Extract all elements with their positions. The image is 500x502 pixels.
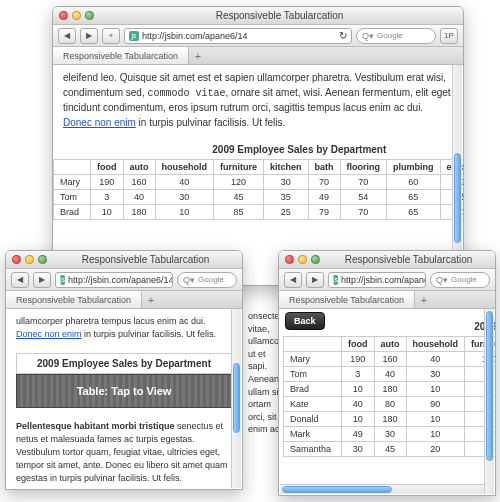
cell: 70 — [308, 175, 340, 190]
site-icon: js — [129, 31, 139, 41]
tab-active[interactable]: Responsiveble Tabularcation — [53, 47, 189, 64]
cell: 10 — [406, 382, 465, 397]
toolbar-small-right: ◀ ▶ js http://jsbin.com/apane6/14 ↻ Q▾ G… — [279, 269, 495, 291]
nav-forward-button[interactable]: ▶ — [80, 28, 98, 44]
titlebar-small-right[interactable]: Responsiveble Tabularcation — [279, 251, 495, 269]
cell: 45 — [214, 190, 264, 205]
cell: 160 — [374, 352, 406, 367]
close-icon[interactable] — [59, 11, 68, 20]
cell: 3 — [342, 367, 375, 382]
search-input[interactable]: Q▾ Google — [356, 28, 436, 44]
cell: 30 — [155, 190, 214, 205]
cell: 60 — [387, 175, 441, 190]
table-row: Tom3403045354954655349 — [54, 190, 464, 205]
sales-table-detail: 2009 Employee Sales by Depar foodautohou… — [283, 317, 495, 457]
scroll-thumb[interactable] — [233, 363, 240, 433]
search-input[interactable]: Q▾ Google — [177, 272, 237, 288]
close-icon[interactable] — [12, 255, 21, 264]
nav-back-button[interactable]: ◀ — [284, 272, 302, 288]
close-icon[interactable] — [285, 255, 294, 264]
scroll-thumb[interactable] — [282, 486, 392, 493]
cell: 120 — [214, 175, 264, 190]
scroll-thumb[interactable] — [454, 153, 461, 243]
sales-table: 2009 Employee Sales by Department foodau… — [53, 140, 463, 220]
body-paragraph-bottom: Pellentesque habitant morbi tristique se… — [6, 414, 242, 490]
minimize-icon[interactable] — [298, 255, 307, 264]
table-caption: 2009 Employee Sales by Department — [53, 140, 463, 159]
cell: 49 — [342, 427, 375, 442]
table-back-button[interactable]: Back — [285, 312, 325, 330]
col-header: household — [155, 160, 214, 175]
col-header: auto — [374, 337, 406, 352]
tabstrip-large: Responsiveble Tabularcation + — [53, 47, 463, 65]
onepassword-button[interactable]: 1P — [440, 28, 458, 44]
search-input[interactable]: Q▾ Google — [430, 272, 490, 288]
cell: 160 — [123, 175, 155, 190]
cell: 80 — [374, 397, 406, 412]
cell: 180 — [374, 382, 406, 397]
zoom-icon[interactable] — [85, 11, 94, 20]
cell: 90 — [406, 397, 465, 412]
scrollbar-vertical[interactable] — [484, 309, 494, 494]
titlebar-small-left[interactable]: Responsiveble Tabularcation — [6, 251, 242, 269]
cell: 3 — [91, 190, 124, 205]
col-header: plumbing — [387, 160, 441, 175]
nav-back-button[interactable]: ◀ — [58, 28, 76, 44]
search-placeholder: Google — [198, 275, 224, 284]
new-tab-button[interactable]: + — [189, 47, 207, 64]
search-placeholder: Google — [377, 31, 403, 40]
tab-active[interactable]: Responsiveble Tabularcation — [279, 291, 415, 308]
window-title: Responsiveble Tabularcation — [55, 254, 236, 265]
minimize-icon[interactable] — [72, 11, 81, 20]
nav-add-button[interactable]: + — [102, 28, 120, 44]
cell: 65 — [387, 205, 441, 220]
cell: 30 — [342, 442, 375, 457]
cell: 190 — [342, 352, 375, 367]
col-header: flooring — [340, 160, 387, 175]
cell: 180 — [374, 412, 406, 427]
cell: 25 — [264, 205, 309, 220]
tab-active[interactable]: Responsiveble Tabularcation — [6, 291, 142, 308]
cell: 180 — [123, 205, 155, 220]
col-header: household — [406, 337, 465, 352]
nav-back-button[interactable]: ◀ — [11, 272, 29, 288]
col-header: furniture — [214, 160, 264, 175]
cell: 45 — [374, 442, 406, 457]
cell: 70 — [340, 175, 387, 190]
url-input[interactable]: js http://jsbin.com/apane6/14 ↻ — [328, 272, 426, 288]
cell: 30 — [264, 175, 309, 190]
row-name: Donald — [284, 412, 342, 427]
cell: 49 — [308, 190, 340, 205]
row-name: Brad — [284, 382, 342, 397]
nav-forward-button[interactable]: ▶ — [306, 272, 324, 288]
reload-icon[interactable]: ↻ — [339, 30, 347, 41]
url-input[interactable]: js http://jsbin.com/apane6/14 ↻ — [124, 28, 352, 44]
scrollbar-vertical[interactable] — [231, 309, 241, 488]
titlebar-large[interactable]: Responsiveble Tabularcation — [53, 7, 463, 25]
new-tab-button[interactable]: + — [142, 291, 160, 308]
cell: 40 — [342, 397, 375, 412]
cell: 10 — [155, 205, 214, 220]
cell: 65 — [387, 190, 441, 205]
minimize-icon[interactable] — [25, 255, 34, 264]
scrollbar-horizontal[interactable] — [280, 484, 484, 494]
col-header: kitchen — [264, 160, 309, 175]
link-donec-2[interactable]: Donec non enim — [16, 329, 82, 339]
search-placeholder: Google — [451, 275, 477, 284]
tabstrip-small-left: Responsiveble Tabularcation + — [6, 291, 242, 309]
url-text: http://jsbin.com/apane6/14 — [142, 31, 248, 41]
link-donec[interactable]: Donec non enim — [63, 117, 136, 128]
table-header-row: foodautohouseholdfurniturekitchenbathflo… — [54, 160, 464, 175]
scroll-thumb[interactable] — [486, 311, 493, 461]
url-input[interactable]: js http://jsbin.com/apane6/14 ↻ — [55, 272, 173, 288]
cell: 30 — [406, 367, 465, 382]
window-title: Responsiveble Tabularcation — [328, 254, 489, 265]
new-tab-button[interactable]: + — [415, 291, 433, 308]
cell: 10 — [406, 412, 465, 427]
zoom-icon[interactable] — [38, 255, 47, 264]
cell: 35 — [264, 190, 309, 205]
tap-to-view-button[interactable]: Table: Tap to View — [16, 374, 232, 408]
zoom-icon[interactable] — [311, 255, 320, 264]
nav-forward-button[interactable]: ▶ — [33, 272, 51, 288]
cell: 40 — [155, 175, 214, 190]
